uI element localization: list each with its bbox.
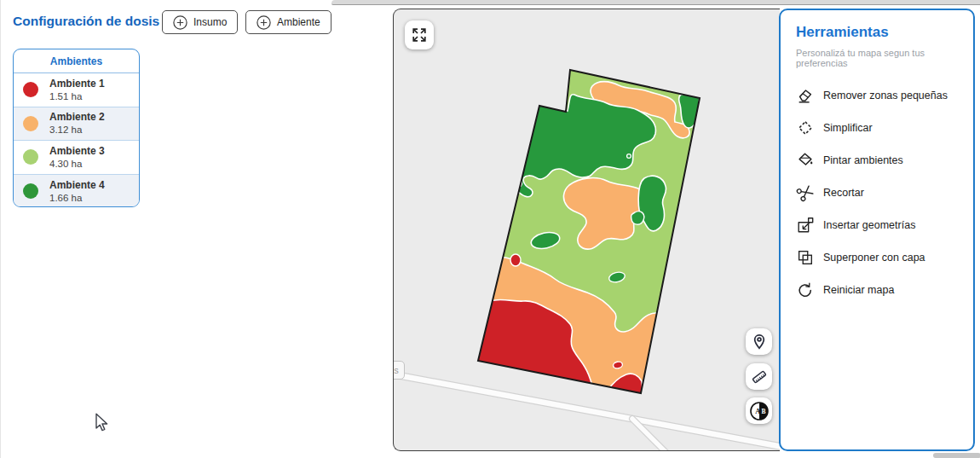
ambiente-1-area: 1.51 ha [49,90,105,102]
overlay-layer-icon [796,248,815,267]
tool-recortar[interactable]: Recortar [796,183,961,203]
map-canvas[interactable]: s A B [393,9,780,451]
insert-geometry-icon [796,216,815,235]
svg-text:A: A [755,407,761,415]
ambiente-4-area: 1.66 ha [49,192,105,204]
tool-simplificar[interactable]: Simplificar [796,118,961,138]
fullscreen-button[interactable] [405,20,434,49]
ambiente-3-name: Ambiente 3 [49,145,105,158]
fullscreen-icon [411,26,428,43]
add-insumo-label: Insumo [193,16,227,28]
tool-reiniciar-mapa[interactable]: Reiniciar mapa [796,280,961,300]
measure-button[interactable] [746,363,772,390]
plus-circle-icon [257,15,271,30]
scissors-icon [796,183,815,202]
ambiente-2-name: Ambiente 2 [49,111,105,124]
scroll-strip[interactable] [331,0,980,5]
tools-panel: Herramientas Personalizá tu mapa segun t… [779,9,975,451]
ambiente-row-2: Ambiente 2 3.12 ha [14,107,139,142]
ambiente-3-color-dot [23,149,38,165]
tool-insertar-geometrias[interactable]: Insertar geometrías [796,215,961,235]
compare-ab-button[interactable]: A B [746,397,772,424]
ambiente-row-4: Ambiente 4 1.66 ha [14,175,139,208]
tools-panel-subtitle: Personalizá tu mapa segun tus preferenci… [796,48,961,68]
tool-label: Remover zonas pequeñas [823,90,948,101]
reset-map-icon [796,281,815,299]
road-lines [394,374,780,451]
ambiente-row-3: Ambiente 3 4.30 ha [14,141,139,175]
ambiente-1-color-dot [23,82,38,97]
ambientes-panel-title: Ambientes [14,49,139,73]
ab-compare-icon: A B [749,401,770,421]
eraser-icon [796,86,815,105]
ambiente-4-name: Ambiente 4 [49,179,105,192]
tool-label: Pintar ambientes [823,154,903,166]
ambientes-panel: Ambientes Ambiente 1 1.51 ha Ambiente 2 … [13,49,140,207]
tool-label: Reiniciar mapa [823,284,894,296]
simplify-icon [796,119,815,137]
ambiente-4-color-dot [23,183,38,199]
tool-label: Simplificar [823,122,873,134]
ambiente-3-area: 4.30 ha [49,158,105,170]
ambiente-2-area: 3.12 ha [49,124,105,136]
tool-remove-small-zones[interactable]: Remover zonas pequeñas [796,85,961,106]
ambiente-row-1: Ambiente 1 1.51 ha [14,73,139,107]
paint-bucket-icon [796,151,815,170]
svg-text:B: B [761,408,765,415]
ambiente-2-color-dot [23,116,38,131]
ruler-icon [750,368,769,386]
location-pin-icon [750,333,769,351]
add-ambiente-button[interactable]: Ambiente [245,10,331,34]
tool-label: Superponer con capa [823,252,925,264]
tool-label: Recortar [823,187,864,199]
add-insumo-button[interactable]: Insumo [162,10,238,34]
tool-label: Insertar geometrías [823,219,915,231]
mouse-cursor [95,413,112,433]
page-title: Configuración de dosis [13,14,159,29]
add-ambiente-label: Ambiente [277,16,320,28]
road-name-label: s [393,361,405,380]
tool-superponer-capa[interactable]: Superponer con capa [796,247,961,268]
tool-pintar-ambientes[interactable]: Pintar ambientes [796,150,961,171]
tools-panel-title: Herramientas [796,24,961,41]
plus-circle-icon [173,15,187,30]
ambiente-1-name: Ambiente 1 [49,78,105,90]
prescription-map [394,9,780,451]
horizontal-scrollbar-thumb[interactable] [933,453,980,458]
locate-button[interactable] [746,328,772,355]
